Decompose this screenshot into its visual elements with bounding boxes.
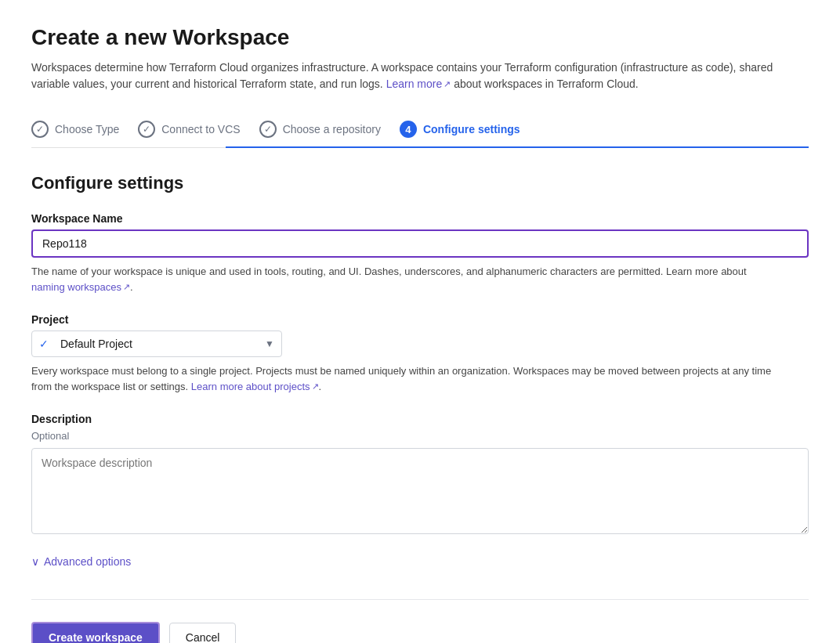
step-label-connect-vcs: Connect to VCS <box>161 123 240 135</box>
workspace-name-field: Workspace Name The name of your workspac… <box>31 212 809 294</box>
step-choose-type: ✓ Choose Type <box>31 111 138 147</box>
project-select[interactable]: Default Project <box>31 331 282 357</box>
page-title: Create a new Workspace <box>31 25 809 50</box>
description-textarea[interactable] <box>31 448 809 534</box>
description-label: Description <box>31 413 809 425</box>
step-label-configure-settings: Configure settings <box>423 123 520 135</box>
step-icon-choose-repository: ✓ <box>259 121 277 138</box>
workspace-name-label: Workspace Name <box>31 212 809 225</box>
create-workspace-button[interactable]: Create workspace <box>31 622 160 643</box>
workspace-name-hint: The name of your workspace is unique and… <box>31 264 784 294</box>
step-icon-choose-type: ✓ <box>31 121 49 138</box>
chevron-right-icon: ∨ <box>31 555 39 568</box>
step-icon-connect-vcs: ✓ <box>138 121 155 138</box>
stepper: ✓ Choose Type ✓ Connect to VCS ✓ Choose … <box>31 111 809 148</box>
step-choose-repository: ✓ Choose a repository <box>259 111 400 147</box>
action-buttons: Create workspace Cancel <box>31 622 809 643</box>
project-field: Project ✓ Default Project ▼ Every worksp… <box>31 313 809 394</box>
step-icon-configure-settings: 4 <box>400 121 417 138</box>
divider <box>31 599 809 600</box>
page-description: Workspaces determine how Terraform Cloud… <box>31 60 784 92</box>
learn-more-projects-link[interactable]: Learn more about projects ↗ <box>191 379 319 395</box>
step-label-choose-repository: Choose a repository <box>283 123 381 135</box>
projects-external-icon: ↗ <box>312 380 319 393</box>
step-configure-settings: 4 Configure settings <box>400 111 539 147</box>
project-check-icon: ✓ <box>39 338 49 350</box>
naming-workspaces-link[interactable]: naming workspaces ↗ <box>31 280 130 295</box>
step-connect-vcs: ✓ Connect to VCS <box>138 111 259 147</box>
learn-more-link[interactable]: Learn more ↗ <box>386 76 451 92</box>
description-field: Description Optional <box>31 413 809 536</box>
naming-workspaces-external-icon: ↗ <box>123 280 130 294</box>
project-hint: Every workspace must belong to a single … <box>31 363 784 394</box>
advanced-options-toggle[interactable]: ∨ Advanced options <box>31 555 809 568</box>
project-label: Project <box>31 313 809 326</box>
cancel-button[interactable]: Cancel <box>169 623 237 643</box>
step-label-choose-type: Choose Type <box>55 123 119 135</box>
workspace-name-input[interactable] <box>31 229 809 258</box>
section-title: Configure settings <box>31 173 809 193</box>
optional-label: Optional <box>31 430 809 442</box>
advanced-options-label: Advanced options <box>44 555 131 568</box>
external-link-icon: ↗ <box>444 78 451 91</box>
project-select-wrapper: ✓ Default Project ▼ <box>31 331 282 357</box>
